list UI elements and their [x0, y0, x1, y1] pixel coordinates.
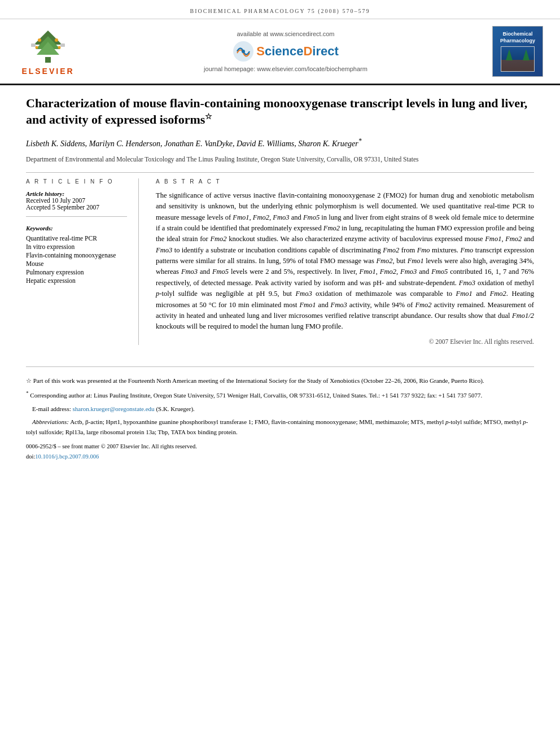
keywords-list: Quantitative real-time PCR In vitro expr… — [26, 235, 127, 284]
keyword-3: Flavin-containing monooxygenase — [26, 252, 127, 259]
issn-line: 0006-2952/$ – see front matter © 2007 El… — [26, 442, 534, 452]
conference-note-text: ☆ Part of this work was presented at the… — [26, 377, 484, 384]
affiliation: Department of Environmental and Molecula… — [26, 155, 534, 164]
abbreviations-section: Abbreviations: Actb, β-actin; Hprt1, hyp… — [26, 417, 534, 437]
sciencedirect-logo: ScienceDirect — [79, 41, 492, 62]
corresponding-star: * — [358, 137, 362, 145]
doi-line: doi:10.1016/j.bcp.2007.09.006 — [26, 452, 534, 462]
authors-line: Lisbeth K. Siddens, Marilyn C. Henderson… — [26, 136, 534, 150]
history-label: Article history: — [26, 190, 127, 197]
svg-point-5 — [55, 38, 58, 42]
cover-image — [501, 46, 535, 72]
main-content: Characterization of mouse flavin-contain… — [0, 85, 560, 355]
article-info-label: A R T I C L E I N F O — [26, 178, 127, 185]
page: BIOCHEMICAL PHARMACOLOGY 75 (2008) 570–5… — [0, 0, 560, 747]
svg-rect-9 — [60, 43, 65, 47]
sciencedirect-icon — [233, 41, 254, 62]
abbrev-label: Abbreviations: — [32, 418, 69, 425]
journal-header: BIOCHEMICAL PHARMACOLOGY 75 (2008) 570–5… — [0, 0, 560, 19]
svg-rect-8 — [31, 43, 36, 47]
title-star: ☆ — [205, 112, 212, 121]
journal-cover: Biochemical Pharmacology — [492, 26, 543, 77]
corresponding-text: Corresponding author at: Linus Pauling I… — [30, 392, 482, 399]
svg-point-7 — [58, 46, 61, 49]
author-henderson: Marilyn C. Henderson, — [89, 139, 164, 147]
author-vandyke: Jonathan E. VanDyke, — [164, 139, 237, 147]
keyword-1: Quantitative real-time PCR — [26, 235, 127, 242]
keyword-5: Pulmonary expression — [26, 269, 127, 276]
sd-logo-text: ScienceDirect — [256, 44, 339, 59]
email-label-text: E-mail address: — [32, 405, 71, 412]
svg-point-4 — [38, 38, 41, 42]
email-suffix: (S.K. Krueger). — [156, 405, 194, 412]
article-info-col: A R T I C L E I N F O Article history: R… — [26, 178, 139, 345]
footer-ids: 0006-2952/$ – see front matter © 2007 El… — [26, 442, 534, 462]
author-krueger: Sharon K. Krueger — [298, 139, 358, 147]
author-siddens: Lisbeth K. Siddens, — [26, 139, 89, 147]
abstract-text: The significance of active versus inacti… — [156, 190, 534, 333]
copyright-line: © 2007 Elsevier Inc. All rights reserved… — [156, 338, 534, 345]
author-williams: David E. Williams, — [237, 139, 298, 147]
doi-link[interactable]: 10.1016/j.bcp.2007.09.006 — [35, 453, 99, 460]
accepted-date: Accepted 5 September 2007 — [26, 204, 127, 211]
footer-note-conference: ☆ Part of this work was presented at the… — [26, 376, 534, 386]
two-col-section: A R T I C L E I N F O Article history: R… — [26, 178, 534, 345]
abstract-label: A B S T R A C T — [156, 178, 534, 185]
email-link[interactable]: sharon.krueger@oregonstate.edu — [72, 405, 154, 412]
article-title: Characterization of mouse flavin-contain… — [26, 95, 534, 128]
received-date: Received 10 July 2007 — [26, 197, 127, 204]
history-item: Article history: Received 10 July 2007 A… — [26, 190, 127, 211]
svg-rect-0 — [45, 57, 51, 63]
keyword-2: In vitro expression — [26, 243, 127, 250]
elsevier-logo: ELSEVIER — [17, 28, 79, 76]
banner-center: available at www.sciencedirect.com Scien… — [79, 30, 492, 72]
elsevier-tree-icon — [25, 28, 71, 64]
available-text: available at www.sciencedirect.com — [79, 30, 492, 37]
footer-note-corresponding: * Corresponding author at: Linus Pauling… — [26, 389, 534, 400]
abstract-col: A B S T R A C T The significance of acti… — [156, 178, 534, 345]
keyword-4: Mouse — [26, 260, 127, 267]
divider-1 — [26, 172, 534, 173]
keywords-label: Keywords: — [26, 225, 127, 231]
divider-keywords — [26, 216, 127, 217]
elsevier-text: ELSEVIER — [21, 67, 74, 76]
journal-url-text: journal homepage: www.elsevier.com/locat… — [79, 65, 492, 72]
keyword-6: Hepatic expression — [26, 277, 127, 284]
journal-header-text: BIOCHEMICAL PHARMACOLOGY 75 (2008) 570–5… — [190, 8, 370, 14]
article-title-text: Characterization of mouse flavin-contain… — [26, 96, 527, 126]
footer-section: ☆ Part of this work was presented at the… — [26, 366, 534, 471]
footer-email-line: E-mail address: sharon.krueger@oregonsta… — [26, 404, 534, 414]
banner: ELSEVIER available at www.sciencedirect.… — [0, 19, 560, 85]
corresponding-footnote-star: * — [26, 390, 29, 396]
doi-label: doi: — [26, 453, 35, 460]
abbrev-text: Actb, β-actin; Hprt1, hypoxanthine guani… — [26, 418, 528, 435]
svg-point-11 — [242, 50, 245, 53]
svg-point-6 — [36, 46, 38, 49]
journal-cover-title: Biochemical Pharmacology — [500, 31, 535, 44]
